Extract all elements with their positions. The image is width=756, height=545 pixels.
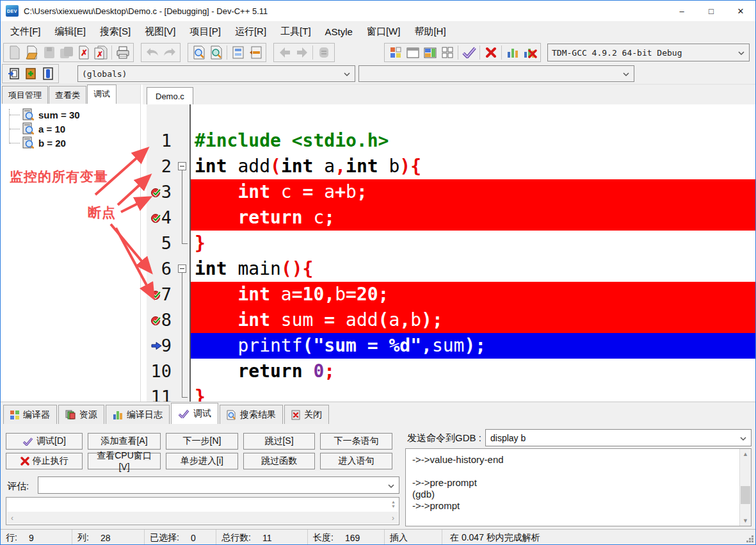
members-select[interactable] — [358, 65, 634, 82]
forward-icon[interactable] — [293, 44, 310, 61]
menu-item-0[interactable]: 文件[F] — [3, 22, 48, 42]
profile-icon[interactable] — [521, 44, 538, 61]
gdb-command-input[interactable] — [486, 433, 739, 443]
compile-check-icon[interactable] — [460, 44, 478, 61]
fold-collapse-icon[interactable] — [178, 264, 186, 273]
horizontal-scrollbar[interactable]: ‹› — [7, 512, 398, 524]
rebuild-icon[interactable] — [504, 44, 521, 61]
gutter-line-4[interactable]: 4 — [143, 205, 191, 231]
code-editor[interactable]: 1#include <stdio.h>2int add(int a,int b)… — [143, 104, 756, 402]
evaluate-combo[interactable] — [38, 476, 399, 494]
fold-collapse-icon[interactable] — [178, 162, 186, 170]
insert-icon[interactable] — [246, 44, 264, 61]
code-text[interactable]: return c; — [191, 205, 756, 231]
windows-grid-icon[interactable] — [438, 44, 456, 61]
watch-item-0[interactable]: sum = 30 — [1, 108, 140, 122]
save-all-icon[interactable] — [58, 44, 75, 61]
gutter-line-8[interactable]: 8 — [143, 307, 191, 333]
replace-icon[interactable] — [207, 44, 225, 61]
open-file-icon[interactable] — [23, 44, 40, 61]
menu-item-1[interactable]: 编辑[E] — [48, 22, 93, 42]
next-step-button[interactable]: 下一步[N] — [166, 433, 238, 450]
menu-item-3[interactable]: 视图[V] — [138, 22, 182, 42]
add-watch-button[interactable]: 添加查看[A] — [88, 433, 161, 450]
tab-close[interactable]: 关闭 — [284, 405, 329, 424]
stop-execution-button[interactable]: 停止执行 — [6, 453, 83, 469]
gdb-command-combo[interactable] — [485, 429, 752, 446]
toggle-panel-icon[interactable] — [4, 65, 22, 82]
menu-item-5[interactable]: 运行[R] — [228, 22, 273, 42]
tab-compile-log[interactable]: 编译日志 — [106, 405, 170, 424]
code-text[interactable]: int a=10,b=20; — [191, 282, 756, 307]
skip-button[interactable]: 跳过[S] — [243, 433, 315, 450]
close-all-files-icon[interactable]: ✗ — [92, 44, 109, 61]
gutter-line-2[interactable]: 2 — [143, 154, 191, 179]
tab-project-manager[interactable]: 项目管理 — [2, 86, 48, 104]
window-icon[interactable] — [404, 44, 421, 61]
project-window-icon[interactable] — [421, 44, 438, 61]
tab-resources[interactable]: 资源 — [58, 405, 104, 424]
gutter-line-9[interactable]: 9 — [143, 333, 191, 359]
gutter-line-3[interactable]: 3 — [143, 179, 191, 205]
tab-compiler[interactable]: 编译器 — [3, 405, 57, 424]
gutter-line-7[interactable]: 7 — [143, 282, 191, 307]
bookmark-icon[interactable] — [39, 65, 56, 82]
close-button[interactable]: ✕ — [726, 1, 755, 21]
editor-tab-demo[interactable]: Demo.c — [147, 87, 193, 104]
code-text[interactable]: printf("sum = %d",sum); — [191, 333, 756, 359]
gutter-line-1[interactable]: 1 — [143, 128, 191, 154]
into-statement-button[interactable]: 进入语句 — [320, 453, 392, 469]
add-watch-icon[interactable] — [22, 65, 39, 82]
code-text[interactable]: } — [191, 231, 756, 256]
stop-execution-icon[interactable] — [482, 44, 499, 61]
watch-item-2[interactable]: b = 20 — [1, 136, 140, 150]
gutter-line-5[interactable]: 5 — [143, 231, 191, 256]
undo-icon[interactable] — [143, 44, 161, 61]
tab-class-browser[interactable]: 查看类 — [49, 86, 86, 104]
menu-item-8[interactable]: 窗口[W] — [360, 22, 408, 42]
watch-item-1[interactable]: a = 10 — [1, 122, 140, 136]
code-text[interactable]: int main(){ — [191, 256, 756, 282]
redo-icon[interactable] — [161, 44, 178, 61]
compiler-select[interactable]: TDM-GCC 4.9.2 64-bit Debug — [547, 44, 750, 61]
spinner-icon[interactable]: ▲▼ — [389, 499, 398, 509]
debug-button[interactable]: 调试[D] — [6, 433, 83, 450]
step-into-button[interactable]: 单步进入[i] — [166, 453, 238, 469]
scroll-up-icon[interactable]: ▲ — [740, 449, 751, 459]
menu-item-4[interactable]: 项目[P] — [183, 22, 228, 42]
fold-column[interactable] — [177, 154, 191, 179]
resize-grip[interactable] — [746, 535, 754, 543]
menu-item-2[interactable]: 搜索[S] — [93, 22, 138, 42]
code-text[interactable]: int c = a+b; — [191, 179, 756, 205]
abort-icon[interactable] — [315, 44, 332, 61]
evaluate-result-box[interactable]: ▲▼ ‹› — [6, 497, 399, 525]
tab-debug-output[interactable]: 调试 — [171, 403, 218, 424]
scroll-right-icon[interactable]: › — [392, 514, 394, 523]
globals-select[interactable]: (globals) — [77, 65, 355, 82]
menu-item-9[interactable]: 帮助[H] — [407, 22, 453, 42]
maximize-button[interactable]: □ — [696, 1, 726, 21]
code-text[interactable]: int add(int a,int b){ — [191, 154, 756, 179]
scrollbar-thumb[interactable] — [741, 486, 750, 504]
new-project-icon[interactable] — [387, 44, 404, 61]
new-file-icon[interactable] — [6, 44, 23, 61]
find-icon[interactable] — [190, 44, 207, 61]
tab-search-results[interactable]: 搜索结果 — [220, 405, 283, 424]
gutter-line-6[interactable]: 6 — [143, 256, 191, 282]
skip-function-button[interactable]: 跳过函数 — [243, 453, 315, 469]
back-icon[interactable] — [276, 44, 293, 61]
print-icon[interactable] — [114, 44, 131, 61]
code-text[interactable]: int sum = add(a,b); — [191, 307, 756, 333]
next-statement-button[interactable]: 下一条语句 — [320, 433, 392, 450]
goto-line-icon[interactable] — [229, 44, 246, 61]
vertical-scrollbar[interactable]: ▲ ▼ — [739, 449, 751, 526]
scroll-down-icon[interactable]: ▼ — [740, 516, 751, 526]
view-cpu-window-button[interactable]: 查看CPU窗口[V] — [88, 453, 161, 469]
fold-column[interactable] — [177, 256, 191, 282]
close-file-icon[interactable]: ✗ — [75, 44, 92, 61]
code-text[interactable]: #include <stdio.h> — [191, 128, 756, 154]
minimize-button[interactable]: – — [667, 1, 696, 21]
gutter-line-10[interactable]: 10 — [143, 359, 191, 384]
code-text[interactable]: return 0; — [191, 359, 756, 384]
menu-item-7[interactable]: AStyle — [318, 22, 360, 41]
